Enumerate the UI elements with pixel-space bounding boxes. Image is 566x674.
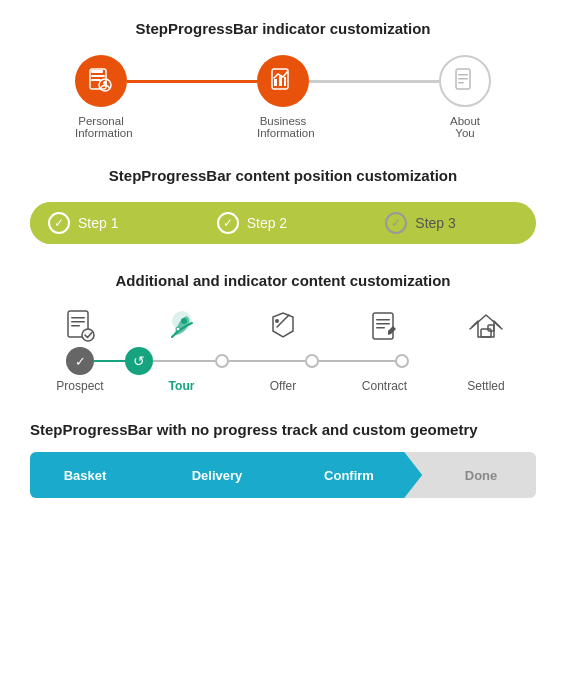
- label-tour: Tour: [137, 379, 227, 393]
- svg-rect-2: [91, 79, 101, 81]
- icon-settled: [441, 311, 531, 343]
- svg-rect-7: [274, 79, 277, 86]
- svg-rect-17: [71, 325, 80, 327]
- business-info-icon: [269, 67, 297, 95]
- tour-icon: [164, 307, 200, 343]
- svg-rect-27: [481, 329, 491, 337]
- pill-check-2: ✓: [217, 212, 239, 234]
- pill-step-2-label: Step 2: [247, 215, 287, 231]
- connector-tour: ↺: [125, 347, 215, 375]
- dot-settled[interactable]: [395, 354, 409, 368]
- arrow-label-delivery: Delivery: [192, 468, 243, 483]
- svg-rect-0: [91, 70, 103, 73]
- arrow-chevron-1: [140, 452, 158, 498]
- section-4-title: StepProgressBar with no progress track a…: [30, 421, 536, 438]
- dot-contract[interactable]: [305, 354, 319, 368]
- step-circle-3[interactable]: [439, 55, 491, 107]
- prospect-icon: [64, 309, 96, 343]
- arrow-step-basket[interactable]: Basket: [30, 452, 140, 498]
- pill-step-3[interactable]: ✓ Step 3: [367, 202, 536, 244]
- label-offer: Offer: [238, 379, 328, 393]
- section-2: StepProgressBar content position customi…: [30, 167, 536, 244]
- step-node-1: [75, 55, 127, 107]
- step-circle-1[interactable]: [75, 55, 127, 107]
- svg-rect-24: [376, 319, 390, 321]
- connector-settled: [395, 354, 485, 368]
- svg-rect-15: [71, 317, 85, 319]
- svg-point-18: [82, 329, 94, 341]
- section-3-title: Additional and indicator content customi…: [30, 272, 536, 289]
- svg-point-21: [176, 327, 180, 331]
- connector-offer: [215, 354, 305, 368]
- svg-rect-12: [458, 78, 468, 80]
- icon-tour: [137, 307, 227, 343]
- section-4: StepProgressBar with no progress track a…: [30, 421, 536, 498]
- pill-step-1[interactable]: ✓ Step 1: [30, 202, 199, 244]
- line-1-2: [127, 80, 257, 83]
- label-settled: Settled: [441, 379, 531, 393]
- dot-tour[interactable]: ↺: [125, 347, 153, 375]
- svg-point-20: [181, 318, 187, 324]
- svg-rect-9: [284, 77, 286, 86]
- pill-progress-bar: ✓ Step 1 ✓ Step 2 ✓ Step 3: [30, 202, 536, 244]
- pill-check-3: ✓: [385, 212, 407, 234]
- arrow-chevron-2: [272, 452, 290, 498]
- connector-contract: [305, 354, 395, 368]
- pill-check-1: ✓: [48, 212, 70, 234]
- svg-rect-11: [458, 74, 468, 76]
- section-1: StepProgressBar indicator customization: [30, 20, 536, 139]
- offer-icon: [267, 311, 299, 343]
- contract-icon: [369, 311, 401, 343]
- dot-prospect[interactable]: ✓: [66, 347, 94, 375]
- svg-rect-25: [376, 323, 390, 325]
- pill-step-3-label: Step 3: [415, 215, 455, 231]
- pill-step-1-label: Step 1: [78, 215, 118, 231]
- arrow-step-done[interactable]: Done: [404, 452, 536, 498]
- label-about: About You: [439, 115, 491, 139]
- svg-rect-1: [91, 75, 105, 77]
- line-2-3: [309, 80, 439, 83]
- icon-offer: [238, 311, 328, 343]
- arrow-step-delivery[interactable]: Delivery: [140, 452, 272, 498]
- step-circle-2[interactable]: [257, 55, 309, 107]
- svg-rect-23: [373, 313, 393, 339]
- section-1-title: StepProgressBar indicator customization: [30, 20, 536, 37]
- step-node-2: [257, 55, 309, 107]
- section-3: Additional and indicator content customi…: [30, 272, 536, 393]
- settled-icon: [468, 311, 504, 343]
- arrow-step-confirm[interactable]: Confirm: [272, 452, 404, 498]
- connector-prospect: ✓: [35, 347, 125, 375]
- arrow-label-done: Done: [465, 468, 498, 483]
- arrow-label-basket: Basket: [64, 468, 107, 483]
- step-node-3: [439, 55, 491, 107]
- step-bar-1: [30, 55, 536, 107]
- label-business: Business Information: [257, 115, 309, 139]
- label-prospect: Prospect: [35, 379, 125, 393]
- about-you-icon: [451, 67, 479, 95]
- svg-rect-13: [458, 82, 464, 84]
- svg-rect-16: [71, 321, 85, 323]
- svg-rect-26: [376, 327, 385, 329]
- pill-step-2[interactable]: ✓ Step 2: [199, 202, 368, 244]
- label-personal: Personal Information: [75, 115, 127, 139]
- arrow-progress-bar: Basket Delivery Confirm Done: [30, 452, 536, 498]
- arrow-label-confirm: Confirm: [324, 468, 374, 483]
- personal-info-icon: [87, 67, 115, 95]
- svg-point-22: [275, 319, 279, 323]
- label-contract: Contract: [340, 379, 430, 393]
- dot-offer[interactable]: [215, 354, 229, 368]
- icon-prospect: [35, 309, 125, 343]
- arrow-chevron-3: [404, 452, 422, 498]
- icon-contract: [340, 311, 430, 343]
- section-2-title: StepProgressBar content position customi…: [30, 167, 536, 184]
